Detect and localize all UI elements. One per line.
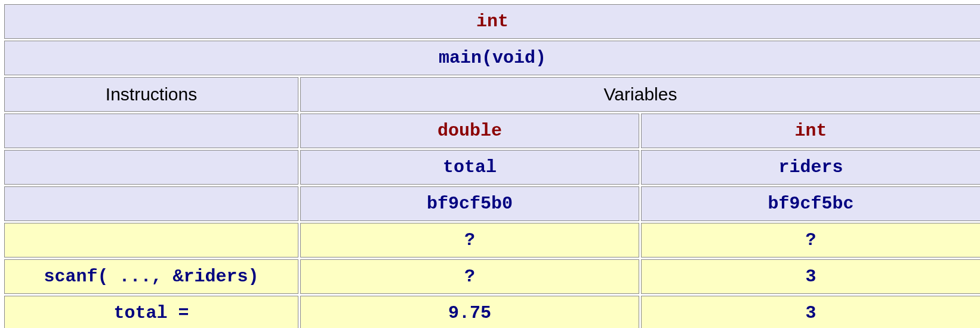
step-var1-value: ?	[300, 259, 639, 294]
trace-table: int main(void) Instructions Variables do…	[2, 2, 980, 328]
step-var2-value: 3	[641, 296, 980, 328]
function-signature-cell: main(void)	[4, 41, 980, 75]
var1-name: total	[300, 150, 639, 185]
empty-cell	[4, 186, 298, 221]
var2-name: riders	[641, 150, 980, 185]
return-type-cell: int	[4, 4, 980, 39]
step-var2-value: 3	[641, 259, 980, 294]
step-instruction: total =	[4, 296, 298, 328]
step-var1-value: ?	[300, 223, 639, 258]
instructions-header: Instructions	[4, 77, 298, 112]
variables-header: Variables	[300, 77, 980, 112]
empty-cell	[4, 114, 298, 148]
step-var1-value: 9.75	[300, 296, 639, 328]
var1-address: bf9cf5b0	[300, 186, 639, 221]
var2-type: int	[641, 114, 980, 148]
var1-type: double	[300, 114, 639, 148]
var2-address: bf9cf5bc	[641, 186, 980, 221]
step-var2-value: ?	[641, 223, 980, 258]
step-instruction: scanf( ..., &riders)	[4, 259, 298, 294]
empty-cell	[4, 150, 298, 185]
step-instruction	[4, 223, 298, 258]
